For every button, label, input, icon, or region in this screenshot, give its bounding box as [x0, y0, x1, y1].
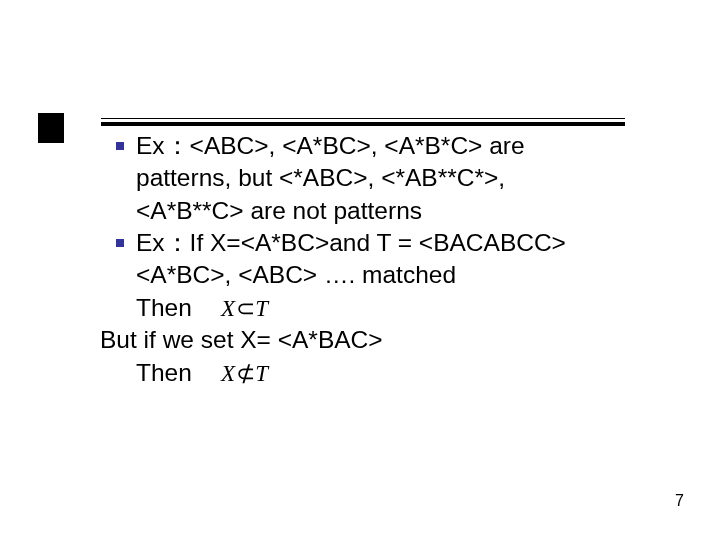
not-subset-symbol-icon: ⊄ [236, 361, 256, 386]
but-if-line: But if we set X= <A*BAC> [100, 324, 630, 356]
bullet2-line2: <A*BC>, <ABC> …. matched [136, 261, 456, 288]
rule-thin [101, 118, 625, 119]
bullet-item-1: Ex：<ABC>, <A*BC>, <A*B*C> are patterns, … [100, 130, 630, 227]
page-number: 7 [675, 492, 684, 510]
but-if-text: But if we set X= <A*BAC> [100, 326, 383, 353]
square-bullet-icon [116, 239, 124, 247]
math-t2: T [255, 361, 268, 386]
bullet2-line1: Ex：If X=<A*BC>and T = <BACABCC> [136, 229, 566, 256]
bullet1-line1: Ex：<ABC>, <A*BC>, <A*B*C> are [136, 132, 525, 159]
slide: Ex：<ABC>, <A*BC>, <A*B*C> are patterns, … [0, 0, 720, 540]
bullet1-line2: patterns, but <*ABC>, <*AB**C*>, [136, 164, 505, 191]
horizontal-rule [101, 118, 625, 126]
square-bullet-icon [116, 142, 124, 150]
then-label-1: Then [136, 294, 192, 321]
math-x-subset-t: X⊂T [219, 294, 270, 324]
rule-tick-decoration [38, 113, 64, 143]
then-label-2: Then [136, 359, 192, 386]
math-x2: X [221, 361, 236, 386]
slide-body: Ex：<ABC>, <A*BC>, <A*B*C> are patterns, … [100, 130, 630, 389]
bullet-item-2: Ex：If X=<A*BC>and T = <BACABCC> <A*BC>, … [100, 227, 630, 389]
math-x-not-subset-t: X⊄T [219, 359, 270, 389]
subset-symbol-icon: ⊂ [236, 296, 256, 321]
rule-thick [101, 122, 625, 126]
math-x: X [221, 296, 236, 321]
math-t: T [255, 296, 268, 321]
bullet1-line3: <A*B**C> are not patterns [136, 197, 422, 224]
